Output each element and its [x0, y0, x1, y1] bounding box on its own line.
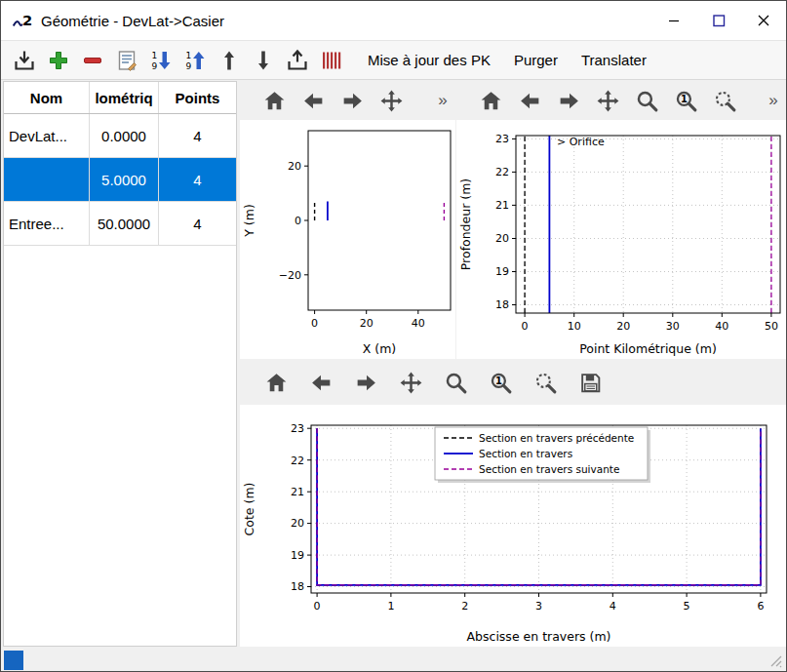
home-button[interactable] — [476, 86, 505, 115]
resize-grip[interactable] — [768, 653, 783, 668]
svg-text:2: 2 — [22, 12, 32, 28]
import-button[interactable] — [9, 45, 39, 75]
forward-button[interactable] — [337, 86, 367, 115]
back-button[interactable] — [298, 86, 328, 115]
sort-descending-button[interactable] — [145, 45, 176, 75]
arrow-right-icon — [340, 89, 365, 113]
sort-ascending-button[interactable] — [179, 45, 210, 75]
translater-button[interactable]: Translater — [571, 45, 656, 75]
window-title: Géométrie - DevLat->Casier — [41, 13, 224, 29]
svg-text:> Orifice: > Orifice — [557, 136, 605, 148]
move-up-button[interactable] — [214, 45, 244, 75]
svg-text:22: 22 — [291, 455, 304, 467]
plan-view-canvas[interactable]: 02040−20020X (m)Y (m) — [240, 120, 455, 359]
arrow-right-icon — [557, 89, 581, 113]
move-down-button[interactable] — [248, 45, 278, 75]
svg-text:Cote (m): Cote (m) — [242, 483, 256, 536]
zoom-button[interactable] — [441, 368, 470, 397]
pan-move-icon — [596, 89, 620, 113]
add-section-button[interactable] — [43, 45, 73, 75]
back-button[interactable] — [515, 86, 544, 115]
titlebar[interactable]: 2 Géométrie - DevLat->Casier — [1, 1, 786, 40]
purger-button[interactable]: Purger — [504, 45, 568, 75]
svg-text:4: 4 — [610, 600, 616, 613]
cell-nom[interactable]: Entree... — [4, 202, 90, 245]
svg-text:40: 40 — [715, 320, 728, 333]
save-figure-button[interactable] — [575, 368, 605, 397]
svg-text:19: 19 — [291, 549, 304, 562]
cell-pk[interactable]: 0.0000 — [90, 114, 159, 157]
profile-view-figure: » 01020304050181920212223Point Kilométri… — [456, 81, 786, 359]
tray-export-icon — [286, 49, 309, 72]
forward-button[interactable] — [351, 368, 380, 397]
magnifier-icon — [444, 371, 468, 395]
toolbar-overflow-button[interactable]: » — [765, 91, 782, 110]
cell-nom[interactable] — [4, 158, 90, 201]
svg-text:20: 20 — [360, 317, 374, 330]
pan-button[interactable] — [376, 86, 406, 115]
zoom-region-button[interactable] — [531, 368, 560, 397]
remove-section-button[interactable] — [77, 45, 107, 75]
pan-button[interactable] — [396, 368, 425, 397]
forward-button[interactable] — [554, 86, 583, 115]
window-controls — [651, 1, 786, 40]
zoom-one-button[interactable] — [486, 368, 515, 397]
svg-text:Profondeur (m): Profondeur (m) — [458, 178, 473, 270]
header-points[interactable]: Points — [159, 82, 236, 113]
plan-view-toolbar: » — [240, 81, 455, 120]
magnifier-region-icon — [533, 371, 558, 395]
cross-section-canvas[interactable]: 0123456181920212223Abscisse en travers (… — [240, 405, 786, 647]
header-nom[interactable]: Nom — [4, 82, 90, 113]
cell-points[interactable]: 4 — [159, 202, 236, 245]
home-button[interactable] — [259, 86, 289, 115]
pk-stripes-button[interactable] — [316, 45, 346, 75]
maximize-button[interactable] — [696, 1, 741, 40]
status-indicator — [4, 651, 23, 670]
table-row[interactable]: DevLat... 0.0000 4 — [4, 114, 236, 158]
floppy-icon — [578, 371, 603, 395]
svg-text:23: 23 — [291, 422, 304, 435]
profile-view-toolbar: » — [456, 81, 786, 120]
cell-points[interactable]: 4 — [159, 158, 236, 201]
table-row[interactable]: Entree... 50.0000 4 — [4, 202, 236, 246]
svg-text:Section en travers: Section en travers — [479, 448, 572, 459]
pan-button[interactable] — [593, 86, 622, 115]
table-row-selected[interactable]: 5.0000 4 — [4, 158, 236, 202]
minimize-button[interactable] — [651, 1, 696, 40]
home-button[interactable] — [261, 368, 291, 397]
svg-text:Y (m): Y (m) — [242, 204, 256, 238]
svg-text:5: 5 — [684, 600, 690, 613]
app-window: 2 Géométrie - DevLat->Casier Mise à jour… — [0, 0, 787, 672]
toolbar-overflow-button[interactable]: » — [434, 91, 452, 110]
zoom-one-button[interactable] — [671, 86, 700, 115]
tray-import-icon — [13, 49, 36, 72]
edit-section-button[interactable] — [111, 45, 141, 75]
svg-text:10: 10 — [568, 320, 581, 333]
home-icon — [264, 371, 289, 395]
plus-icon — [47, 49, 70, 72]
svg-text:22: 22 — [495, 166, 509, 178]
zoom-button[interactable] — [632, 86, 661, 115]
close-button[interactable] — [741, 1, 786, 40]
back-button[interactable] — [306, 368, 335, 397]
maximize-icon — [707, 9, 730, 32]
svg-text:Section en travers suivante: Section en travers suivante — [479, 463, 619, 475]
edit-sheet-icon — [115, 49, 138, 72]
svg-text:20: 20 — [291, 517, 304, 530]
zoom-region-button[interactable] — [710, 86, 739, 115]
header-pk[interactable]: lométriq — [90, 82, 159, 113]
svg-text:0: 0 — [311, 317, 318, 330]
svg-text:21: 21 — [291, 486, 304, 498]
cell-nom[interactable]: DevLat... — [4, 114, 90, 157]
svg-text:18: 18 — [291, 580, 304, 593]
export-button[interactable] — [282, 45, 312, 75]
cell-pk[interactable]: 5.0000 — [90, 158, 159, 201]
plan-view-figure: » 02040−20020X (m)Y (m) — [240, 81, 455, 359]
cross-section-figure: 0123456181920212223Abscisse en travers (… — [240, 360, 786, 647]
svg-text:20: 20 — [495, 232, 509, 245]
update-pk-button[interactable]: Mise à jour des PK — [358, 45, 500, 75]
cell-pk[interactable]: 50.0000 — [90, 202, 159, 245]
cell-points[interactable]: 4 — [159, 114, 236, 157]
svg-text:19: 19 — [495, 265, 509, 278]
profile-view-canvas[interactable]: 01020304050181920212223Point Kilométriqu… — [456, 120, 786, 359]
